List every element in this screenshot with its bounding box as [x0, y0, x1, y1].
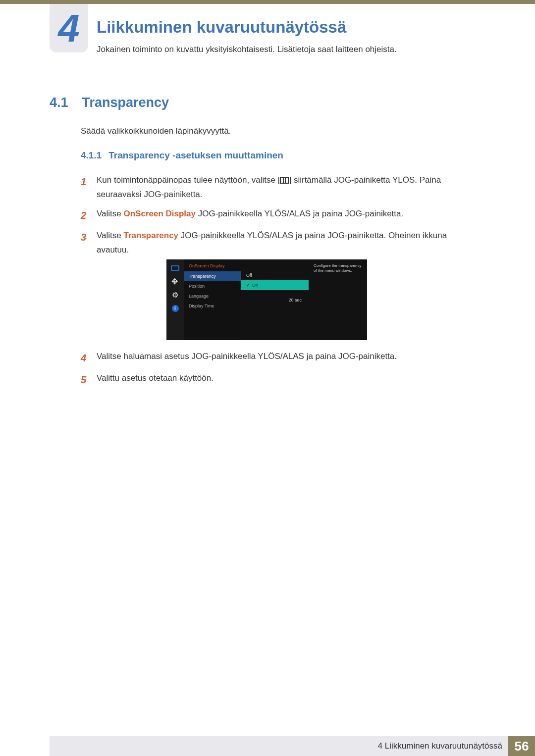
chapter-badge: 4: [50, 4, 88, 52]
section-intro: Säädä valikkoikkunoiden läpinäkyvyyttä.: [81, 126, 231, 136]
highlight: OnScreen Display: [124, 209, 196, 218]
osd-menu-header: OnScreen Display: [184, 261, 241, 271]
steps-list-top: 1 Kun toimintonäppäinopas tulee näyttöön…: [81, 173, 477, 262]
osd-menu-display-time: Display Time: [184, 301, 241, 311]
step-1: 1 Kun toimintonäppäinopas tulee näyttöön…: [81, 173, 477, 202]
step-number: 4: [81, 350, 90, 366]
osd-menu-language: Language: [184, 291, 241, 301]
top-stripe: [0, 0, 535, 4]
highlight: Transparency: [124, 231, 179, 240]
chapter-number: 4: [58, 9, 79, 48]
step-2: 2 Valitse OnScreen Display JOG-painikkee…: [81, 207, 477, 224]
osd-spacer: [241, 290, 309, 295]
footer: 4 Liikkuminen kuvaruutunäytössä 56: [50, 736, 535, 756]
osd-sidebar: i: [166, 259, 184, 340]
page-number: 56: [508, 736, 535, 756]
text: Valitse: [97, 231, 124, 240]
step-number: 5: [81, 371, 90, 388]
text: JOG-painikkeella YLÖS/ALAS ja paina JOG-…: [196, 209, 403, 218]
step-number: 3: [81, 229, 90, 246]
text: Valitse: [97, 209, 124, 218]
step-4: 4 Valitse haluamasi asetus JOG-painikkee…: [81, 350, 477, 366]
osd-option-off: Off: [241, 270, 309, 280]
step-text: Valitse OnScreen Display JOG-painikkeell…: [97, 207, 477, 221]
osd-menu: OnScreen Display Transparency Position L…: [184, 259, 241, 340]
step-number: 2: [81, 207, 90, 224]
osd-display-time-value: 20 sec: [241, 295, 309, 305]
chapter-subtitle: Jokainen toiminto on kuvattu yksityiskoh…: [97, 45, 397, 54]
chapter-title: Liikkuminen kuvaruutunäytössä: [97, 18, 346, 37]
step-number: 1: [81, 173, 90, 190]
text: Kun toimintonäppäinopas tulee näyttöön, …: [97, 175, 280, 185]
gear-icon: [170, 291, 180, 299]
step-text: Valittu asetus otetaan käyttöön.: [97, 371, 477, 386]
steps-list-bottom: 4 Valitse haluamasi asetus JOG-painikkee…: [81, 350, 477, 393]
subsection-heading: 4.1.1Transparency -asetuksen muuttaminen: [81, 150, 283, 161]
section-heading: 4.1 Transparency: [50, 95, 169, 110]
osd-menu-transparency: Transparency: [184, 271, 241, 281]
osd-values: Off On 20 sec: [241, 259, 309, 340]
osd-option-on: On: [241, 280, 309, 290]
move-icon: [170, 278, 180, 285]
section-title: Transparency: [82, 95, 169, 110]
subsection-number: 4.1.1: [81, 150, 102, 160]
step-text: Valitse haluamasi asetus JOG-painikkeell…: [97, 350, 477, 364]
osd-screenshot: i OnScreen Display Transparency Position…: [166, 259, 367, 340]
osd-menu-position: Position: [184, 281, 241, 291]
subsection-title: Transparency -asetuksen muuttaminen: [108, 150, 283, 160]
step-text: Kun toimintonäppäinopas tulee näyttöön, …: [97, 173, 477, 202]
menu-icon: [280, 177, 289, 184]
step-5: 5 Valittu asetus otetaan käyttöön.: [81, 371, 477, 388]
info-icon: i: [170, 304, 180, 312]
step-3: 3 Valitse Transparency JOG-painikkeella …: [81, 229, 477, 257]
osd-main: OnScreen Display Transparency Position L…: [184, 259, 367, 340]
section-number: 4.1: [50, 95, 68, 110]
step-text: Valitse Transparency JOG-painikkeella YL…: [97, 229, 477, 257]
monitor-icon: [170, 264, 180, 272]
footer-text: 4 Liikkuminen kuvaruutunäytössä: [378, 741, 502, 751]
osd-help-text: Configure the transparency of the menu w…: [309, 259, 367, 340]
